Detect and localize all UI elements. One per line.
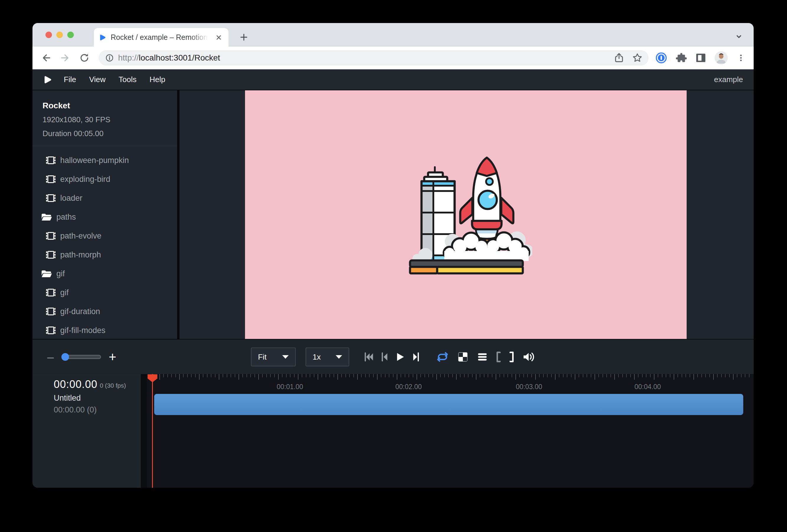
- tab-close-icon[interactable]: [214, 33, 223, 42]
- back-button[interactable]: [40, 51, 52, 64]
- playhead-line: [152, 374, 153, 488]
- ruler-label: 00:02.00: [395, 383, 422, 391]
- menu-help[interactable]: Help: [150, 75, 165, 84]
- sidebar-resize-handle[interactable]: [177, 90, 179, 339]
- composition-item-label: path-evolve: [60, 231, 102, 241]
- composition-item[interactable]: gif: [33, 283, 177, 302]
- timeline-gap: [141, 374, 147, 488]
- playback-controls: [364, 340, 420, 374]
- playhead-handle[interactable]: [148, 374, 157, 382]
- timeline-sequence-bar[interactable]: [154, 394, 743, 415]
- extensions-puzzle-icon[interactable]: [676, 52, 687, 63]
- ruler-label: 00:01.00: [277, 383, 303, 391]
- menu-view[interactable]: View: [89, 75, 106, 84]
- player-option-icons: [436, 340, 535, 374]
- remotion-favicon: [99, 34, 106, 41]
- browser-menu-kebab-icon[interactable]: [736, 53, 746, 63]
- timeline-tracks[interactable]: 00:01.00 00:02.00 00:03.00 00:04.00: [147, 374, 753, 488]
- play-icon[interactable]: [396, 352, 405, 362]
- ruler-label: 00:04.00: [634, 383, 661, 391]
- rocket-illustration: [399, 153, 532, 276]
- track-timecode: 00:00.00 (0): [54, 405, 97, 414]
- composition-item[interactable]: exploding-bird: [33, 170, 177, 189]
- folder-item-label: gif: [56, 269, 65, 278]
- timeline-info-panel: 00:00.00 0 (30 fps) Untitled 00:00.00 (0…: [33, 374, 141, 488]
- composition-item[interactable]: path-morph: [33, 245, 177, 264]
- project-name-label: example: [714, 75, 743, 84]
- current-timecode: 00:00.00: [54, 378, 98, 390]
- browser-tab[interactable]: Rocket / example – Remotion P: [94, 28, 229, 47]
- close-window-button[interactable]: [45, 31, 52, 38]
- video-canvas: [245, 90, 687, 339]
- composition-item-label: exploding-bird: [60, 175, 110, 184]
- film-icon: [45, 231, 56, 240]
- site-info-icon[interactable]: [105, 53, 114, 63]
- frame-counter: 0 (30 fps): [100, 382, 126, 389]
- folder-item-label: paths: [56, 213, 76, 222]
- composition-item-label: halloween-pumpkin: [60, 156, 129, 165]
- new-tab-button[interactable]: [238, 32, 249, 43]
- fullscreen-window-button[interactable]: [67, 31, 74, 38]
- out-point-bracket-icon[interactable]: [510, 352, 514, 362]
- folder-item[interactable]: gif: [33, 264, 177, 283]
- composition-list: halloween-pumpkin exploding-bird loader …: [33, 146, 177, 339]
- window-controls: [45, 31, 74, 38]
- bookmark-star-icon[interactable]: [632, 52, 643, 63]
- timeline-rows-icon[interactable]: [477, 352, 488, 362]
- composition-resolution: 1920x1080, 30 FPS: [43, 115, 177, 124]
- composition-item[interactable]: gif-duration: [33, 302, 177, 321]
- timeline-zoom-controls: – +: [45, 340, 118, 374]
- volume-icon[interactable]: [523, 351, 535, 363]
- transparency-checkerboard-icon[interactable]: [458, 352, 468, 362]
- url-text: http://localhost:3001/Rocket: [118, 53, 220, 63]
- url-bar[interactable]: http://localhost:3001/Rocket: [99, 50, 648, 66]
- menu-tools[interactable]: Tools: [119, 75, 137, 84]
- composition-item[interactable]: loader: [33, 189, 177, 208]
- composition-item-label: gif-fill-modes: [60, 326, 105, 335]
- zoom-in-plus-button[interactable]: +: [107, 350, 118, 363]
- zoom-slider[interactable]: [62, 355, 101, 359]
- canvas-size-dropdown[interactable]: Fit: [251, 347, 296, 366]
- folder-item[interactable]: paths: [33, 208, 177, 227]
- film-icon: [45, 194, 56, 203]
- remotion-logo-icon[interactable]: [44, 75, 52, 84]
- forward-button[interactable]: [59, 51, 72, 64]
- menu-file[interactable]: File: [64, 75, 76, 84]
- previous-frame-icon[interactable]: [381, 352, 388, 362]
- tab-search-chevron-icon[interactable]: [733, 31, 744, 42]
- composition-item[interactable]: halloween-pumpkin: [33, 151, 177, 170]
- profile-avatar[interactable]: [715, 51, 728, 64]
- ruler-label: 00:03.00: [516, 383, 542, 391]
- chevron-down-icon: [282, 355, 289, 359]
- in-point-bracket-icon[interactable]: [496, 352, 501, 362]
- playback-rate-dropdown[interactable]: 1x: [305, 347, 349, 366]
- zoom-out-minus-button[interactable]: –: [45, 351, 56, 363]
- preview-area: [179, 90, 753, 339]
- share-icon[interactable]: [614, 52, 624, 63]
- film-icon: [45, 307, 56, 316]
- reload-button[interactable]: [78, 51, 91, 64]
- skip-to-start-icon[interactable]: [364, 352, 374, 362]
- browser-actions: [655, 51, 746, 64]
- browser-toolbar: http://localhost:3001/Rocket: [33, 47, 753, 69]
- minimize-window-button[interactable]: [56, 31, 63, 38]
- film-icon: [45, 250, 56, 259]
- side-panel-icon[interactable]: [695, 52, 706, 63]
- app-menubar: File View Tools Help example: [33, 69, 753, 90]
- film-icon: [45, 326, 56, 335]
- composition-item-label: loader: [60, 194, 82, 203]
- password-manager-icon[interactable]: [655, 52, 667, 64]
- composition-item[interactable]: path-evolve: [33, 227, 177, 245]
- url-path: localhost:3001/Rocket: [139, 53, 220, 62]
- chevron-down-icon: [336, 355, 342, 359]
- loop-icon[interactable]: [436, 351, 449, 363]
- url-scheme: http://: [118, 53, 139, 62]
- track-name: Untitled: [54, 393, 81, 403]
- composition-title: Rocket: [43, 101, 177, 110]
- zoom-slider-thumb[interactable]: [61, 353, 69, 361]
- canvas-size-value: Fit: [258, 353, 267, 362]
- composition-item[interactable]: gif-fill-modes: [33, 321, 177, 339]
- next-frame-icon[interactable]: [412, 352, 420, 362]
- timeline-panel: 00:00.00 0 (30 fps) Untitled 00:00.00 (0…: [33, 374, 753, 488]
- composition-item-label: gif-duration: [60, 307, 100, 316]
